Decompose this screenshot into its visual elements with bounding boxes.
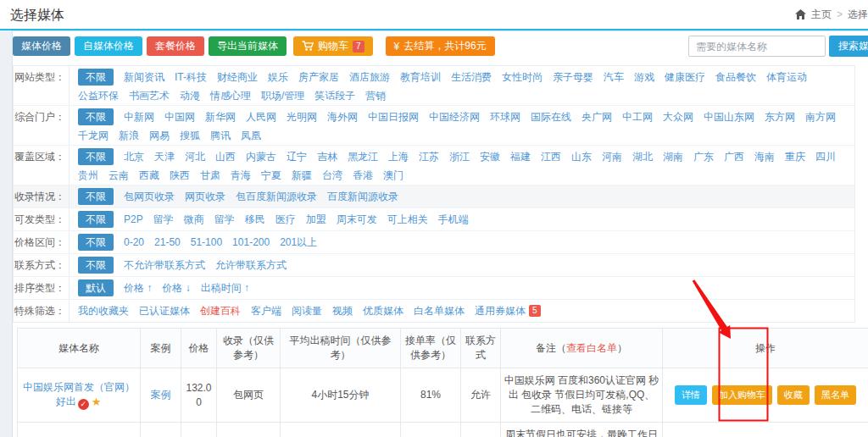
filter-option[interactable]: 香港 — [353, 169, 373, 182]
filter-option[interactable]: 医疗 — [275, 213, 296, 226]
search-button[interactable]: 搜索媒体 — [829, 36, 868, 57]
filter-option[interactable]: 网易 — [149, 129, 170, 142]
filter-option[interactable]: 中新网 — [124, 110, 154, 124]
filter-option[interactable]: 江西 — [541, 150, 561, 163]
filter-option[interactable]: 新华网 — [205, 110, 236, 124]
self-media-price-button[interactable]: 自媒体价格 — [75, 36, 142, 56]
filter-option[interactable]: 职场/管理 — [261, 89, 304, 102]
export-current-media-button[interactable]: 导出当前媒体 — [209, 36, 287, 56]
filter-option[interactable]: 澳门 — [383, 169, 403, 182]
filter-option[interactable]: 甘肃 — [200, 169, 220, 182]
filter-option[interactable]: 允许带联系方式 — [215, 258, 287, 272]
filter-option[interactable]: 我的收藏夹 — [78, 304, 129, 318]
filter-option[interactable]: 广西 — [724, 150, 744, 163]
filter-option[interactable]: 辽宁 — [287, 150, 307, 163]
filter-option[interactable]: 阅读量 — [292, 304, 322, 318]
filter-option[interactable]: 21-50 — [154, 235, 181, 249]
filter-option[interactable]: 四川 — [815, 150, 836, 163]
filter-option[interactable]: 留学 — [153, 213, 174, 226]
filter-option[interactable]: IT-科技 — [175, 70, 207, 84]
filter-option[interactable]: 中工网 — [622, 110, 653, 124]
filter-option[interactable]: 已认证媒体 — [139, 304, 190, 318]
filter-option[interactable]: 价格 ↓ — [162, 281, 190, 295]
filter-option[interactable]: 西藏 — [139, 169, 159, 182]
filter-option[interactable]: 汽车 — [604, 70, 624, 84]
filter-option[interactable]: 价格 ↑ — [124, 281, 152, 295]
filter-option[interactable]: 山东 — [571, 150, 592, 163]
filter-option[interactable]: 出稿时间 ↑ — [201, 281, 249, 295]
filter-option[interactable]: 青海 — [231, 169, 251, 182]
filter-option[interactable]: 广东 — [693, 150, 714, 163]
filter-option[interactable]: 游戏 — [634, 70, 654, 84]
filter-option[interactable]: 凤凰 — [241, 129, 261, 142]
filter-option[interactable]: 光明网 — [287, 110, 317, 124]
filter-option[interactable]: 房产家居 — [298, 70, 339, 84]
filter-option[interactable]: 南方网 — [805, 110, 836, 124]
filter-option[interactable]: 亲子母婴 — [553, 70, 593, 84]
filter-option[interactable]: 201以上 — [280, 235, 317, 249]
favorite-button[interactable]: 收藏 — [777, 385, 810, 405]
filter-option[interactable]: 河北 — [185, 150, 205, 163]
filter-option[interactable]: 0-20 — [124, 235, 144, 249]
filter-chip-selected[interactable]: 不限 — [78, 148, 114, 165]
filter-option[interactable]: 加盟 — [306, 213, 326, 226]
filter-option[interactable]: 东方网 — [765, 110, 795, 124]
filter-option[interactable]: 人民网 — [246, 110, 276, 124]
filter-option[interactable]: 湖南 — [663, 150, 683, 163]
filter-option[interactable]: 手机端 — [438, 213, 469, 226]
filter-option[interactable]: 海南 — [754, 150, 775, 163]
filter-option[interactable]: 国际在线 — [531, 110, 571, 124]
filter-option[interactable]: 新疆 — [292, 169, 312, 182]
filter-option[interactable]: 创建百科 — [200, 304, 241, 318]
filter-option[interactable]: 中国经济网 — [429, 110, 480, 124]
filter-option[interactable]: 客户端 — [251, 304, 281, 318]
filter-option[interactable]: 新浪 — [119, 129, 139, 142]
filter-chip-selected[interactable]: 不限 — [78, 108, 114, 125]
media-price-button[interactable]: 媒体价格 — [13, 36, 70, 56]
filter-option[interactable]: 生活消费 — [451, 70, 492, 84]
filter-option[interactable]: 包百度新闻源收录 — [236, 190, 317, 203]
filter-chip-selected[interactable]: 不限 — [78, 257, 114, 274]
filter-option[interactable]: 内蒙古 — [246, 150, 276, 163]
filter-option[interactable]: 财经商业 — [217, 70, 258, 84]
filter-option[interactable]: 海外网 — [327, 110, 358, 124]
cart-button[interactable]: 购物车7 — [293, 36, 373, 56]
filter-option[interactable]: 酒店旅游 — [349, 70, 390, 84]
filter-chip-selected[interactable]: 默认 — [78, 279, 114, 296]
filter-option[interactable]: 书画艺术 — [129, 89, 170, 102]
filter-option[interactable]: 千龙网 — [78, 129, 108, 142]
filter-option[interactable]: 情感心理 — [210, 89, 251, 102]
filter-option[interactable]: 大众网 — [663, 110, 693, 124]
filter-option[interactable]: 北京 — [124, 150, 144, 163]
filter-option[interactable]: 上海 — [388, 150, 409, 163]
filter-option[interactable]: 安徽 — [480, 150, 500, 163]
detail-button[interactable]: 详情 — [675, 385, 707, 405]
filter-option[interactable]: 健康医疗 — [665, 70, 705, 84]
filter-option[interactable]: 河南 — [602, 150, 622, 163]
filter-option[interactable]: 微商 — [184, 213, 204, 226]
filter-option[interactable]: 白名单媒体 — [414, 304, 465, 318]
filter-option[interactable]: 福建 — [510, 150, 531, 163]
add-to-cart-button[interactable]: 加入购物车 — [712, 385, 772, 405]
filter-option[interactable]: 不允许带联系方式 — [124, 258, 205, 272]
filter-option[interactable]: 公益环保 — [78, 89, 119, 102]
filter-option[interactable]: 黑龙江 — [348, 150, 378, 163]
filter-option[interactable]: 教育培训 — [400, 70, 441, 84]
filter-option[interactable]: 浙江 — [449, 150, 470, 163]
filter-chip-selected[interactable]: 不限 — [78, 69, 114, 86]
breadcrumb-home[interactable]: 主页 — [811, 8, 832, 22]
filter-option[interactable]: 重庆 — [785, 150, 805, 163]
filter-option[interactable]: 宁夏 — [261, 169, 281, 182]
filter-option[interactable]: 新闻资讯 — [124, 70, 164, 84]
filter-option[interactable]: 包网页收录 — [124, 190, 175, 203]
case-link[interactable]: 案例 — [151, 389, 171, 401]
filter-option[interactable]: 搜狐 — [180, 129, 200, 142]
filter-option[interactable]: 女性时尚 — [502, 70, 542, 84]
blacklist-button[interactable]: 黑名单 — [815, 385, 856, 405]
filter-option[interactable]: 通用券媒体5 — [475, 304, 541, 318]
filter-option[interactable]: 腾讯 — [210, 129, 231, 142]
filter-option[interactable]: 中国日报网 — [368, 110, 419, 124]
filter-option[interactable]: 视频 — [332, 304, 353, 318]
search-input[interactable] — [688, 36, 826, 57]
filter-option[interactable]: 吉林 — [317, 150, 337, 163]
